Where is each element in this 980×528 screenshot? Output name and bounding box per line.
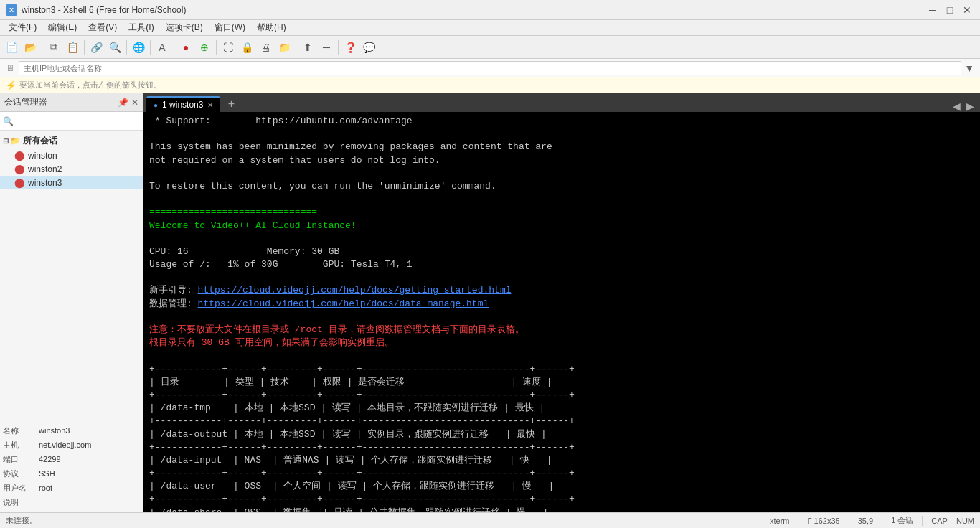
session-search: 🔍 [0,112,143,131]
close-button[interactable]: ✕ [960,3,974,17]
status-caps: CAP [931,517,948,525]
prop-value-port: 42299 [39,455,140,463]
status-bar: 未连接。 xterm Γ 162x35 35,9 1 会话 CAP NUM [0,512,980,528]
term-line-4: not required on a system that users do n… [149,154,974,167]
tree-item-winston[interactable]: ⬤ winston [0,148,143,162]
toolbar-new-file-btn[interactable]: 📄 [3,39,20,56]
menu-window[interactable]: 窗口(W) [209,20,251,35]
toolbar-font-btn[interactable]: A [154,39,171,56]
hint-bar: ⚡ 要添加当前会话，点击左侧的箭头按钮。 [0,77,980,93]
prop-label-port: 端口 [3,454,39,465]
toolbar-sep-5 [174,40,174,55]
toolbar-red-dot-btn[interactable]: ● [177,39,194,56]
address-dropdown-icon[interactable]: ▼ [964,62,974,74]
session-pin-icon[interactable]: 📌 [118,98,128,108]
toolbar-minus-btn[interactable]: ─ [318,39,335,56]
term-table-row2: | /data-output | 本地 | 本地SSD | 读写 | 实例目录，… [149,428,974,441]
session-search-input[interactable] [17,117,140,126]
tree-label-winston: winston [28,151,57,161]
term-line-8: ============================== [149,206,974,219]
tab-close-winston3[interactable]: ✕ [207,101,213,109]
tab-nav-left[interactable]: ◀ [950,100,963,112]
toolbar-transfer-btn[interactable]: 📁 [275,39,293,56]
term-table-sep5: +------------+------+---------+------+--… [149,493,974,506]
term-table-row4: | /data-user | OSS | 个人空间 | 读写 | 个人存储，跟随… [149,480,974,493]
toolbar-key-btn[interactable]: 🖨 [257,39,274,56]
tab-winston3[interactable]: ● 1 winston3 ✕ [146,96,220,112]
term-line-1: * Support: https://ubuntu.com/advantage [149,115,974,128]
prop-label-host: 主机 [3,440,39,451]
address-input[interactable] [19,61,961,75]
session-header-icons: 📌 ✕ [118,98,138,108]
term-line-3: This system has been minimized by removi… [149,141,974,154]
status-sep-2 [849,516,849,526]
server-icon-winston: ⬤ [14,150,25,161]
menu-edit[interactable]: 编辑(E) [42,20,83,35]
title-controls: ─ □ ✕ [925,3,974,17]
app-icon: X [6,4,17,16]
status-num: NUM [956,517,974,525]
toolbar-help-btn[interactable]: ❓ [341,39,359,56]
term-line-2 [149,128,974,141]
toolbar-green-dot-btn[interactable]: ⊕ [196,39,213,56]
term-line-7 [149,193,974,206]
toolbar-fullscreen-btn[interactable]: ⛶ [220,39,237,56]
term-link-data[interactable]: https://cloud.videojj.com/help/docs/data… [198,298,489,309]
status-sep-4 [922,516,923,526]
tab-label-winston3: 1 winston3 [162,100,203,110]
toolbar-search-btn[interactable]: 🔍 [106,39,123,56]
tab-indicator: ● [154,101,158,109]
prop-row-desc: 说明 [3,495,140,509]
toolbar-connect-btn[interactable]: 🔗 [88,39,105,56]
tab-nav-right[interactable]: ▶ [963,100,977,112]
toolbar-chat-btn[interactable]: 💬 [360,39,377,56]
search-icon: 🔍 [3,116,14,126]
toolbar-paste-btn[interactable]: 📋 [64,39,81,56]
prop-value-username: root [39,484,140,492]
toolbar-globe-btn[interactable]: 🌐 [130,39,147,56]
tree-item-winston2[interactable]: ⬤ winston2 [0,162,143,176]
status-sep-3 [882,516,882,526]
session-tree: ⊟ 📁 所有会话 ⬤ winston ⬤ winston2 ⬤ winston3 [0,131,143,420]
term-line-9: Welcome to Video++ AI Cloud Instance! [149,220,974,232]
tree-label-winston3: winston3 [28,178,62,188]
status-sessions: 1 会话 [891,515,913,526]
term-line-blank1 [149,311,974,324]
tree-expand-root: ⊟ [3,137,9,145]
properties-panel: 名称 winston3 主机 net.videojj.com 端口 42299 … [0,420,143,512]
prop-value-protocol: SSH [39,469,140,478]
menu-tabs[interactable]: 选项卡(B) [160,20,209,35]
term-table-header: | 目录 | 类型 | 技术 | 权限 | 是否会迁移 | 速度 | [149,376,974,389]
status-terminal-type: xterm [770,517,790,525]
toolbar-lock-btn[interactable]: 🔒 [238,39,255,56]
term-line-warning1: 注意：不要放置大文件在根目录或 /root 目录，请查阅数据管理文档与下面的目录… [149,324,974,336]
term-table-row5: | /data-share | OSS | 数据集 | 只读 | 公共数据集，跟… [149,506,974,512]
prop-value-name: winston3 [39,426,140,435]
menu-tools[interactable]: 工具(I) [123,20,159,35]
toolbar-sep-2 [84,40,85,55]
session-close-icon[interactable]: ✕ [131,98,138,108]
menu-help[interactable]: 帮助(H) [251,20,292,35]
toolbar-open-btn[interactable]: 📂 [22,39,39,56]
tab-bar: ● 1 winston3 ✕ + ◀ ▶ [143,93,980,112]
menu-file[interactable]: 文件(F) [3,20,42,35]
tree-item-winston3[interactable]: ⬤ winston3 [0,176,143,189]
term-table-top: +------------+------+---------+------+--… [149,363,974,376]
server-icon-winston2: ⬤ [14,164,25,174]
prop-label-name: 名称 [3,425,39,436]
tab-add-button[interactable]: + [223,96,239,112]
session-panel: 会话管理器 📌 ✕ 🔍 ⊟ 📁 所有会话 ⬤ winston ⬤ [0,93,143,512]
folder-icon-root: 📁 [10,136,20,146]
term-line-6: To restore this content, you can run the… [149,180,974,193]
term-line-warning2: 根目录只有 30 GB 可用空间，如果满了会影响实例重启。 [149,336,974,349]
toolbar-upload-btn[interactable]: ⬆ [299,39,316,56]
toolbar-copy-btn[interactable]: ⧉ [45,39,62,56]
minimize-button[interactable]: ─ [925,3,940,17]
toolbar-sep-3 [126,40,127,55]
term-link-guide[interactable]: https://cloud.videojj.com/help/docs/gett… [198,285,512,296]
term-line-10 [149,232,974,245]
menu-view[interactable]: 查看(V) [83,20,123,35]
tree-item-root[interactable]: ⊟ 📁 所有会话 [0,133,143,148]
terminal-content[interactable]: * Support: https://ubuntu.com/advantage … [143,112,980,512]
maximize-button[interactable]: □ [943,3,957,17]
